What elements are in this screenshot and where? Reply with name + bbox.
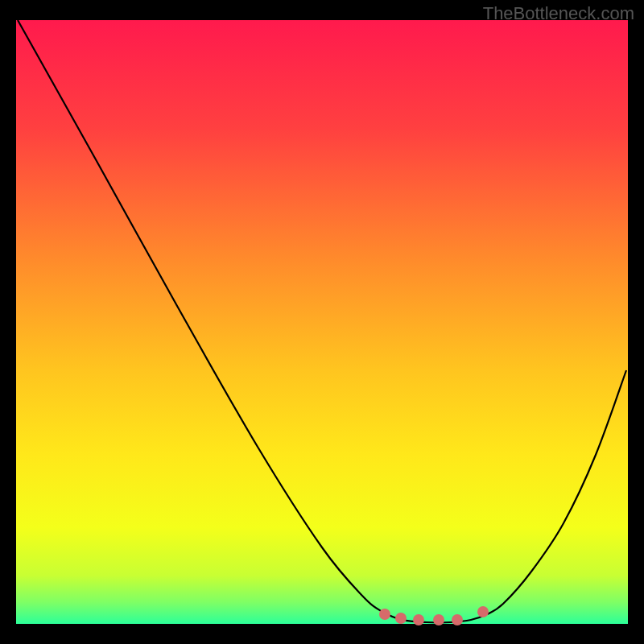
min-plateau-right (477, 606, 489, 617)
min-plateau-mid2 (413, 614, 424, 625)
min-plateau-mid1 (395, 613, 407, 624)
chart-container: TheBottleneck.com (0, 0, 644, 644)
watermark-text: TheBottleneck.com (483, 3, 634, 24)
min-plateau-left (379, 609, 390, 620)
bottleneck-chart (0, 0, 644, 644)
min-plateau-mid3 (433, 614, 444, 625)
min-plateau-mid4 (452, 614, 463, 625)
plot-background (16, 20, 628, 624)
